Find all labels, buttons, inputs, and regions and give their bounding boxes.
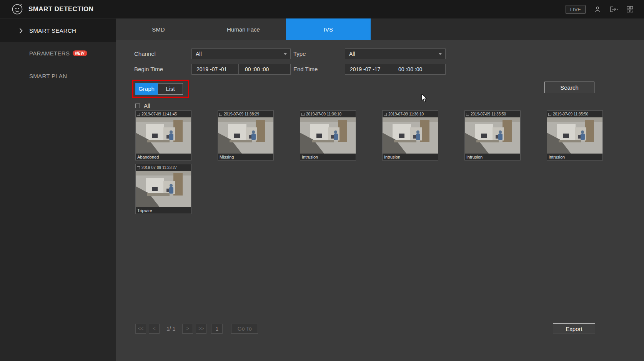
next-page-button[interactable]: >: [182, 324, 193, 334]
annotation-highlight-box: Graph List: [132, 80, 189, 98]
sidebar-item-label: SMART PLAN: [29, 73, 67, 79]
card-event-type: Missing: [218, 154, 273, 160]
result-card[interactable]: 2019-07-09 11:35:50 Intrusion: [547, 110, 603, 160]
card-header: 2019-07-09 11:35:50: [465, 111, 520, 117]
cctv-scene-image: [218, 117, 273, 154]
channel-select[interactable]: All: [191, 48, 291, 59]
result-card[interactable]: 2019-07-09 11:36:10 Intrusion: [382, 110, 438, 160]
card-thumbnail[interactable]: [136, 171, 191, 207]
cctv-scene-image: [465, 117, 520, 154]
page-number-input[interactable]: [211, 324, 223, 334]
sidebar-item-smart-plan[interactable]: SMART PLAN: [0, 65, 116, 87]
graph-view-button[interactable]: Graph: [135, 83, 158, 95]
card-timestamp: 2019-07-09 11:36:10: [388, 112, 424, 116]
chevron-right-icon: [19, 28, 23, 33]
type-label: Type: [293, 48, 306, 59]
sidebar-item-parameters[interactable]: PARAMETERS NEW: [0, 42, 116, 65]
tab-bar: SMD Human Face IVS: [116, 18, 644, 40]
page-indicator: 1/ 1: [166, 326, 175, 332]
card-thumbnail[interactable]: [218, 117, 273, 154]
card-thumbnail[interactable]: [547, 117, 602, 154]
card-checkbox[interactable]: [548, 113, 551, 116]
select-all-label: All: [144, 102, 150, 109]
card-timestamp: 2019-07-09 11:36:10: [306, 112, 341, 116]
export-button[interactable]: Export: [553, 323, 595, 334]
cctv-scene-image: [136, 171, 191, 207]
begin-datetime-field[interactable]: 2019 -07 -01 00 :00 :00: [191, 64, 291, 75]
page-title: SMART DETECTION: [28, 5, 93, 13]
begin-time-value[interactable]: 00 :00 :00: [239, 64, 290, 74]
result-card[interactable]: 2019-07-09 11:33:27 Tripwire: [135, 164, 191, 214]
card-checkbox[interactable]: [384, 113, 387, 116]
exit-icon[interactable]: [609, 5, 618, 13]
result-card[interactable]: 2019-07-09 11:41:45 Abandoned: [135, 110, 191, 160]
bottom-divider: [116, 338, 644, 338]
card-header: 2019-07-09 11:41:45: [136, 111, 191, 117]
list-view-button[interactable]: List: [158, 83, 183, 95]
first-page-button[interactable]: <<: [135, 324, 146, 334]
result-card[interactable]: 2019-07-09 11:38:29 Missing: [218, 110, 274, 160]
card-event-type: Intrusion: [465, 154, 520, 160]
main-panel: SMD Human Face IVS Channel All Type All: [116, 18, 644, 361]
tab-smd[interactable]: SMD: [116, 18, 201, 40]
card-thumbnail[interactable]: [383, 117, 438, 154]
pagination: << < 1/ 1 > >> Go To: [135, 324, 258, 334]
card-event-type: Tripwire: [136, 207, 191, 214]
type-selected-value: All: [345, 49, 435, 59]
sidebar-item-smart-search[interactable]: SMART SEARCH: [0, 19, 116, 42]
begin-date-value[interactable]: 2019 -07 -01: [192, 64, 239, 74]
card-timestamp: 2019-07-09 11:35:50: [553, 112, 588, 116]
card-header: 2019-07-09 11:33:27: [136, 164, 191, 171]
card-event-type: Intrusion: [383, 154, 438, 160]
select-all-checkbox[interactable]: [135, 104, 140, 108]
chevron-down-icon: [280, 49, 290, 59]
card-header: 2019-07-09 11:36:10: [383, 111, 438, 117]
header-controls: LIVE: [566, 5, 634, 14]
card-checkbox[interactable]: [137, 113, 140, 116]
result-card[interactable]: 2019-07-09 11:35:50 Intrusion: [464, 110, 521, 160]
cctv-scene-image: [300, 117, 356, 154]
card-checkbox[interactable]: [466, 113, 469, 116]
card-thumbnail[interactable]: [300, 117, 356, 154]
filter-row-1: Channel All Type All: [116, 48, 644, 59]
new-badge: NEW: [73, 50, 87, 56]
cctv-scene-image: [136, 117, 191, 154]
end-datetime-field[interactable]: 2019 -07 -17 00 :00 :00: [345, 64, 446, 75]
app-logo-icon: [12, 3, 23, 15]
chevron-down-icon: [435, 49, 445, 59]
goto-page-button[interactable]: Go To: [231, 324, 258, 334]
result-card[interactable]: 2019-07-09 11:36:10 Intrusion: [300, 110, 356, 160]
card-header: 2019-07-09 11:38:29: [218, 111, 273, 117]
card-checkbox[interactable]: [301, 113, 305, 116]
layout-grid-icon[interactable]: [626, 5, 634, 13]
card-timestamp: 2019-07-09 11:38:29: [224, 112, 259, 116]
top-header-bar: SMART DETECTION LIVE: [0, 0, 644, 18]
last-page-button[interactable]: >>: [196, 324, 206, 334]
mouse-cursor: [421, 94, 428, 102]
smart-detection-screen: SMART DETECTION LIVE: [0, 0, 644, 361]
card-header: 2019-07-09 11:35:50: [547, 111, 602, 117]
card-timestamp: 2019-07-09 11:33:27: [141, 165, 177, 170]
end-date-value[interactable]: 2019 -07 -17: [345, 64, 392, 74]
card-event-type: Intrusion: [547, 154, 602, 160]
ivs-content: Channel All Type All Begin Time 2019 -07…: [116, 40, 644, 361]
type-select[interactable]: All: [345, 48, 446, 59]
prev-page-button[interactable]: <: [149, 324, 160, 334]
card-checkbox[interactable]: [219, 113, 222, 116]
live-badge[interactable]: LIVE: [566, 5, 586, 14]
card-timestamp: 2019-07-09 11:41:45: [141, 112, 177, 116]
results-grid: 2019-07-09 11:41:45 Abandoned 2019-07-09…: [135, 110, 639, 214]
card-checkbox[interactable]: [137, 166, 140, 169]
end-time-label: End Time: [293, 64, 318, 75]
end-time-value[interactable]: 00 :00 :00: [392, 64, 445, 74]
sidebar: SMART SEARCH PARAMETERS NEW SMART PLAN: [0, 18, 116, 361]
card-thumbnail[interactable]: [465, 117, 520, 154]
tab-human-face[interactable]: Human Face: [201, 18, 286, 40]
tab-ivs[interactable]: IVS: [286, 18, 371, 40]
card-thumbnail[interactable]: [136, 117, 191, 154]
begin-time-label: Begin Time: [134, 64, 163, 75]
user-account-icon[interactable]: [593, 5, 602, 13]
search-button[interactable]: Search: [544, 82, 594, 93]
card-header: 2019-07-09 11:36:10: [300, 111, 356, 117]
cctv-scene-image: [547, 117, 602, 154]
